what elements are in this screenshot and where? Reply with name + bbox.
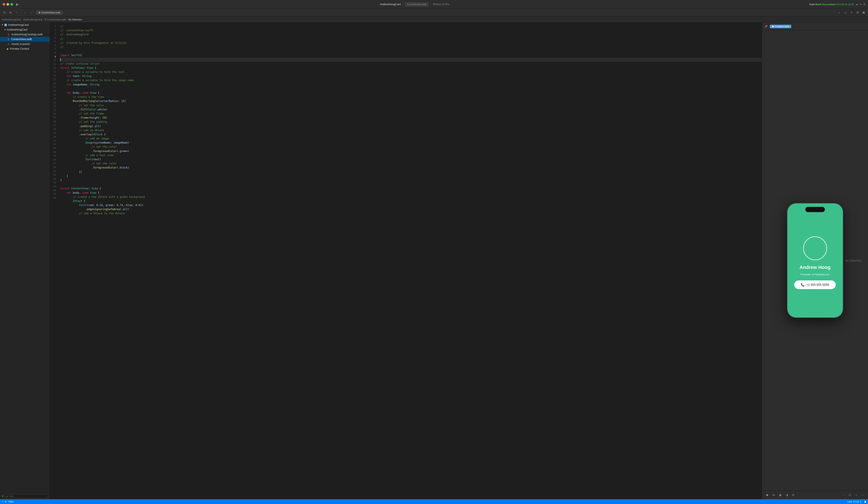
code-line-1: // xyxy=(60,24,762,28)
live-preview-btn[interactable]: ⏺ xyxy=(765,493,770,498)
file-navigator: ▶ P AndrewHoogCard ▶ AndrewHoogCard S An… xyxy=(0,22,50,499)
code-line-9 xyxy=(60,58,762,62)
sidebar-spacer xyxy=(0,51,50,493)
cloud-icon: ☁ xyxy=(856,3,858,6)
minimize-button[interactable] xyxy=(7,3,9,6)
ln-33: 33 xyxy=(50,146,58,150)
code-line-27: .overlay(HStack { xyxy=(60,133,762,137)
ln-37: 37 xyxy=(50,162,58,165)
code-line-2: // ContentView.swift xyxy=(60,28,762,32)
sidebar-item-assets[interactable]: A Assets.xcassets xyxy=(0,42,50,47)
sidebar-item-app-swift[interactable]: S AndrewHoogCardApp.swift xyxy=(0,32,50,37)
close-button[interactable] xyxy=(3,3,5,6)
breadcrumb-file[interactable]: S ContentView.swift xyxy=(45,18,66,21)
filter-box[interactable]: ⊘ Filter xyxy=(4,494,48,498)
root-group-label: AndrewHoogCard xyxy=(8,23,29,27)
code-line-40: struct ContentView: View { xyxy=(60,186,762,191)
zoom-reset-btn[interactable]: ↔ xyxy=(860,493,865,498)
status-bar: + ⊘ Filter Line: 9 Col: 1 ▣ xyxy=(0,499,868,504)
ln-44: 44 xyxy=(50,188,58,192)
back-button[interactable]: ‹ xyxy=(22,10,28,15)
breadcrumb-group[interactable]: AndrewHoogCard xyxy=(23,18,42,21)
grid-view-button[interactable]: ⊞ xyxy=(8,10,13,15)
preview-tab[interactable]: ▣ Content View xyxy=(770,25,791,28)
code-line-39 xyxy=(60,182,762,186)
call-button[interactable]: 📞 +1 555 555 5555 xyxy=(794,280,836,289)
contact-name: Andrew Hoog xyxy=(799,265,830,270)
swift-dot xyxy=(39,12,40,13)
ln-10: 10 xyxy=(50,59,58,62)
separator2 xyxy=(835,11,835,14)
grid-btn[interactable]: ⊞ xyxy=(771,493,776,498)
code-line-5: // Created by Hiro Protagonist on 5/11/2… xyxy=(60,41,762,45)
code-line-41: var body: some View { xyxy=(60,191,762,195)
add-tab-button[interactable]: + xyxy=(860,2,862,6)
code-line-34: // set the color xyxy=(60,162,762,166)
code-line-21: .fill(Color.white) xyxy=(60,107,762,112)
code-line-14: // create a variable to hold the image n… xyxy=(60,78,762,82)
forward-button[interactable]: › xyxy=(28,10,34,15)
zoom-fit-btn[interactable]: ⊡ xyxy=(847,493,852,498)
color-scheme-btn[interactable]: ◑ xyxy=(784,493,789,498)
code-line-3: // AndrewHoogCard xyxy=(60,32,762,37)
code-content[interactable]: // // ContentView.swift // AndrewHoogCar… xyxy=(58,22,762,499)
sidebar-item-contentview[interactable]: S ContentView.swift xyxy=(0,37,50,42)
ln-21: 21 xyxy=(50,101,58,104)
code-line-4: // xyxy=(60,37,762,41)
inspector-toggle[interactable]: ⊞ xyxy=(864,3,865,6)
tab-label: ContentView.swift xyxy=(41,11,60,14)
warning-button[interactable]: ⚠ xyxy=(843,10,848,15)
add-file-button[interactable]: + xyxy=(2,494,4,498)
split-editor-btn[interactable]: ⊞ xyxy=(855,10,860,15)
contact-title: Founder of NowSecure xyxy=(800,273,830,276)
sidebar-toggle[interactable]: ⊟ xyxy=(2,10,7,15)
code-area[interactable]: 1 2 3 4 5 6 7 8 9 10 11 12 13 14 15 16 1… xyxy=(50,22,762,499)
xcassets-icon: A xyxy=(7,42,10,45)
breadcrumb-sep2: › xyxy=(430,3,431,6)
code-line-12: // create a variable to hold the text xyxy=(60,70,762,74)
settings-btn[interactable]: ⚙ xyxy=(790,493,796,498)
code-line-32: // add a text view xyxy=(60,153,762,157)
run-button[interactable]: ▶ xyxy=(15,2,20,7)
swift-file-icon: S xyxy=(45,18,46,21)
preview-bottom-left: ⏺ ⊞ ▣ ◑ ⚙ xyxy=(765,493,796,498)
sidebar-filename-assets: Assets.xcassets xyxy=(11,42,30,45)
zoom-in-btn[interactable]: + xyxy=(854,493,859,498)
maximize-button[interactable] xyxy=(10,3,13,6)
sidebar-filename-app: AndrewHoogCardApp.swift xyxy=(11,33,42,36)
chevron-icon: ▶ xyxy=(1,24,4,26)
ln-20: 20 xyxy=(50,97,58,101)
status-add-btn[interactable]: + xyxy=(2,500,3,503)
inspector-btn[interactable]: ▣ xyxy=(861,10,866,15)
content-view-tab[interactable]: ContentView.swift xyxy=(36,11,63,14)
tab-filename[interactable]: ContentView.swift xyxy=(405,2,428,6)
svg-text:P: P xyxy=(5,24,6,26)
code-line-19: RoundedRectangle(cornerRadius: 25) xyxy=(60,99,762,103)
ln-31: 31 xyxy=(50,139,58,143)
ln-2: 2 xyxy=(50,28,58,32)
status-right: Line: 9 Col: 1 ▣ xyxy=(847,500,866,503)
code-editor: 1 2 3 4 5 6 7 8 9 10 11 12 13 14 15 16 1… xyxy=(50,22,762,499)
settings-button[interactable]: ≡ xyxy=(849,10,854,15)
ln-46: 46 xyxy=(50,196,58,200)
code-line-11: struct InfoView: View { xyxy=(60,66,762,70)
breadcrumb-project[interactable]: AndrewHoogCard xyxy=(2,18,21,21)
code-line-26: // add an HStack xyxy=(60,128,762,133)
ln-28: 28 xyxy=(50,127,58,131)
device-btn[interactable]: ▣ xyxy=(778,493,783,498)
code-line-25: .padding(.all) xyxy=(60,124,762,128)
ln-12: 12 xyxy=(50,66,58,70)
zoom-out-btn[interactable]: − xyxy=(841,493,846,498)
branch-button[interactable]: ⑂ xyxy=(14,10,19,15)
titlebar-center: AndrewHoogCard › ContentView.swift › iPh… xyxy=(22,2,808,6)
code-line-33: Text(text) xyxy=(60,157,762,162)
search-button[interactable]: ⌕ xyxy=(837,10,842,15)
code-line-17: var body: some View { xyxy=(60,91,762,95)
sidebar-group-subproject[interactable]: ▶ AndrewHoogCard xyxy=(0,27,50,32)
code-line-28: // add an image xyxy=(60,137,762,141)
ln-42: 42 xyxy=(50,181,58,185)
pin-icon[interactable]: 📌 xyxy=(764,24,768,29)
sidebar-item-preview-content[interactable]: ▶ Preview Content xyxy=(0,47,50,51)
sidebar-group-root[interactable]: ▶ P AndrewHoogCard xyxy=(0,22,50,27)
status-filter-icon: ⊘ xyxy=(5,500,7,503)
